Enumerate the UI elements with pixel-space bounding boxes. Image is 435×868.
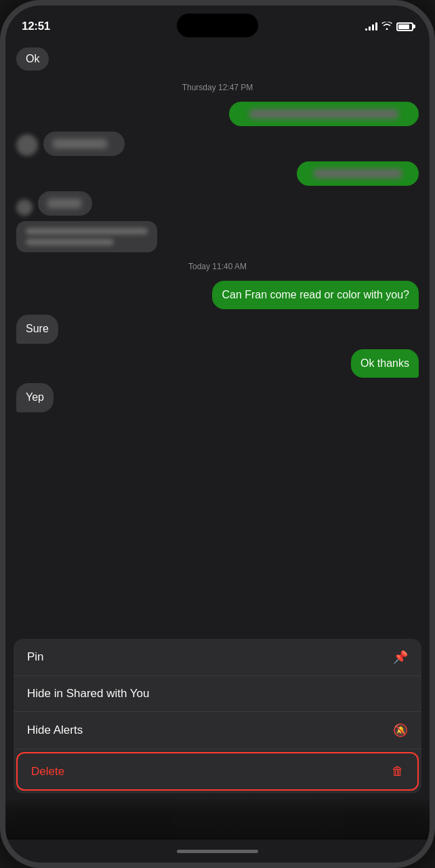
dynamic-island: [177, 14, 258, 37]
context-pin-label: Pin: [27, 650, 44, 664]
blurred-bubble-sent-2: [297, 161, 419, 186]
blurred-bubble-recv-1: [43, 132, 125, 156]
bubble-recv-sure: Sure: [16, 315, 58, 343]
status-time: 12:51: [22, 20, 50, 33]
list-item: Ok: [16, 47, 419, 73]
wifi-icon: [381, 22, 392, 32]
pin-icon: 📌: [393, 650, 408, 665]
bubble-ok: Ok: [16, 47, 49, 71]
list-item: [16, 221, 419, 252]
bubble-sent-fran: Can Fran come read or color with you?: [212, 281, 419, 309]
context-menu-pin[interactable]: Pin 📌: [14, 639, 421, 676]
context-delete-label: Delete: [31, 765, 64, 778]
avatar: [16, 134, 38, 156]
battery-icon: [396, 22, 413, 31]
home-bar: [177, 850, 258, 853]
phone-frame: 12:51 Ok: [0, 0, 435, 868]
messages-scroll[interactable]: Ok Thursday 12:47 PM: [5, 39, 430, 639]
context-menu-delete[interactable]: Delete 🗑: [16, 752, 419, 791]
context-menu: Pin 📌 Hide in Shared with You Hide Alert…: [14, 639, 421, 793]
list-item: [16, 132, 419, 156]
signal-icon: [365, 22, 377, 31]
status-icons: [365, 22, 413, 32]
bubble-sent-ok-thanks: Ok thanks: [351, 349, 419, 378]
list-item: Yep: [16, 383, 419, 412]
list-item: Can Fran come read or color with you?: [16, 281, 419, 309]
context-hide-alerts-label: Hide Alerts: [27, 724, 83, 737]
timestamp-new: Today 11:40 AM: [16, 262, 419, 271]
list-item: Sure: [16, 315, 419, 343]
list-item: [16, 102, 419, 126]
phone-screen: 12:51 Ok: [5, 5, 430, 863]
list-item: [16, 191, 419, 216]
bubble-recv-yep: Yep: [16, 383, 54, 412]
context-hide-shared-label: Hide in Shared with You: [27, 687, 150, 701]
context-menu-hide-alerts[interactable]: Hide Alerts 🔕: [14, 712, 421, 749]
home-indicator: [5, 840, 430, 863]
blurred-bubble-recv-2: [38, 191, 92, 216]
list-item: [16, 161, 419, 186]
context-menu-hide-shared[interactable]: Hide in Shared with You: [14, 676, 421, 712]
avatar: [16, 199, 33, 216]
bottom-blur: [5, 799, 430, 840]
messages-area: Ok Thursday 12:47 PM: [5, 39, 430, 799]
hide-alerts-icon: 🔕: [393, 723, 408, 738]
delete-icon: 🗑: [392, 764, 404, 778]
timestamp-old: Thursday 12:47 PM: [16, 83, 419, 92]
list-item: Ok thanks: [16, 349, 419, 378]
blurred-bubble-sent-1: [229, 102, 419, 126]
